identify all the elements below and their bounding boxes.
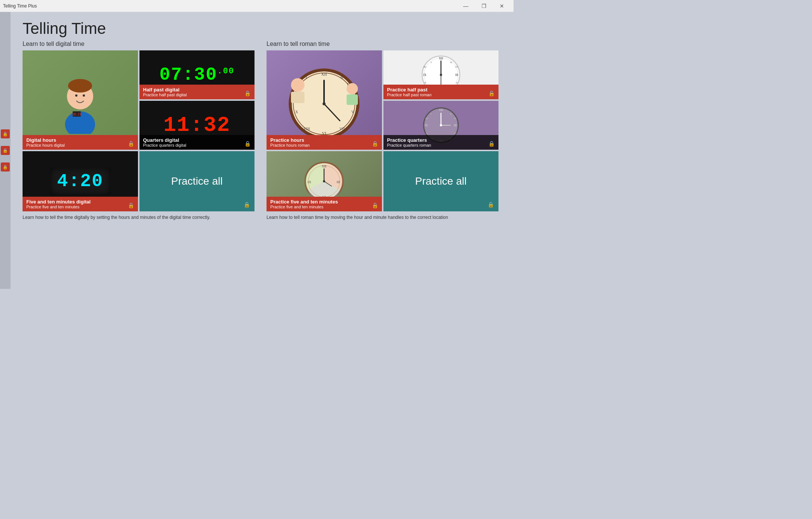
practice-hours-label: Practice hours Practice hours roman (267, 135, 382, 150)
digital-section-title: Learn to tell digital time (23, 41, 255, 47)
practice-quarters-roman-card[interactable]: XII III VI IX II IV V VII VIII X XI I (383, 101, 499, 150)
lock-icon: 🔒 (128, 141, 134, 147)
quarters-digital-card[interactable]: 11:32 Quarters digital Practice quarters… (139, 101, 255, 150)
practice-all-digital-card[interactable]: Practice all 🔒 (139, 151, 255, 211)
svg-text:XII: XII (322, 164, 327, 168)
svg-text:XII: XII (321, 72, 327, 76)
svg-text:III: III (337, 180, 340, 184)
svg-point-60 (440, 124, 442, 126)
svg-text:I: I (306, 75, 307, 79)
svg-text:II: II (450, 61, 452, 64)
quarters-label: Quarters digital Practice quarters digit… (139, 135, 255, 150)
svg-point-23 (323, 102, 326, 105)
lock-icon-10: 🔒 (488, 202, 494, 208)
five-ten-roman-card[interactable]: XII III VI IX Practice five and ten minu… (267, 151, 382, 211)
svg-text:II: II (341, 75, 343, 79)
sections-container: Learn to tell digital time (23, 41, 498, 221)
children-roman-clock-illustration: XII III VI IX II IV V VII VIII X XI I (279, 55, 369, 145)
main-content: Telling Time Learn to tell digital time (0, 12, 514, 289)
lock-icon-8: 🔒 (488, 141, 495, 147)
quarters-time: 11:32 (164, 113, 230, 137)
svg-text:IX: IX (423, 73, 427, 77)
sidebar-icon-2[interactable]: 🔒 (1, 146, 10, 155)
five-ten-label: Five and ten minutes digital Practice fi… (23, 197, 138, 211)
practice-half-past-roman-card[interactable]: XII III VI IX II IV V VII VIII X XI I (383, 50, 499, 99)
svg-text:18:23: 18:23 (72, 113, 81, 116)
svg-rect-27 (347, 94, 358, 105)
half-past-roman-label: Practice half past Practice half past ro… (383, 85, 499, 99)
half-past-digital-card[interactable]: 07:30.00 Half past digital Practice half… (139, 50, 255, 99)
practice-all-roman-card[interactable]: Practice all 🔒 (383, 151, 499, 211)
svg-text:XI: XI (423, 65, 426, 68)
svg-text:IV: IV (455, 65, 458, 68)
roman-section-title: Learn to tell roman time (267, 41, 498, 47)
half-past-label: Half past digital Practice half past dig… (139, 85, 255, 99)
svg-text:XII: XII (439, 57, 443, 60)
svg-point-3 (75, 94, 77, 97)
titlebar: Telling Time Plus — ❐ ✕ (0, 0, 514, 12)
svg-text:VIII: VIII (304, 127, 310, 131)
half-past-time: 07:30.00 (159, 65, 235, 85)
five-ten-roman-clock: XII III VI IX (303, 161, 345, 202)
lock-icon-4: 🔒 (128, 202, 134, 208)
digital-description: Learn how to tell the time digitally by … (23, 214, 241, 221)
quarters-roman-label: Practice quarters Practice quarters roma… (383, 135, 499, 150)
svg-point-69 (323, 180, 325, 182)
sidebar-icon-1[interactable]: 🔒 (1, 129, 10, 138)
practice-hours-roman-card[interactable]: XII III VI IX II IV V VII VIII X XI I (267, 50, 382, 150)
digital-hours-card[interactable]: 18:23 Digital hours Practice hours digit… (23, 50, 138, 150)
minimize-button[interactable]: — (457, 0, 474, 12)
svg-text:III: III (455, 73, 458, 77)
digital-grid: 18:23 Digital hours Practice hours digit… (23, 50, 255, 211)
svg-text:V: V (351, 110, 354, 114)
svg-text:V: V (456, 81, 458, 84)
svg-point-2 (68, 79, 92, 93)
child-digital-illustration: 18:23 (58, 66, 103, 134)
lock-icon-3: 🔒 (244, 141, 251, 147)
svg-text:XII: XII (439, 108, 443, 112)
digital-section: Learn to tell digital time (23, 41, 255, 221)
five-ten-roman-label: Practice five and ten minutes Practice f… (267, 197, 382, 211)
lock-icon-9: 🔒 (372, 202, 378, 208)
maximize-button[interactable]: ❐ (475, 0, 492, 12)
app-title-bar: Telling Time Plus (3, 3, 37, 9)
digital-hours-label: Digital hours Practice hours digital (23, 135, 138, 150)
lock-icon-7: 🔒 (488, 90, 495, 96)
sidebar: 🔒 🔒 🔒 (0, 12, 11, 289)
svg-text:XI: XI (425, 117, 428, 120)
roman-grid: XII III VI IX II IV V VII VIII X XI I (267, 50, 498, 211)
svg-text:X: X (426, 132, 427, 135)
sidebar-icon-3[interactable]: 🔒 (1, 162, 10, 171)
page-title: Telling Time (23, 20, 498, 38)
svg-text:X: X (295, 110, 298, 114)
close-button[interactable]: ✕ (493, 0, 511, 12)
svg-text:IX: IX (425, 124, 428, 127)
svg-point-4 (83, 94, 85, 97)
svg-text:IV: IV (454, 117, 456, 120)
lock-icon-2: 🔒 (244, 90, 251, 96)
svg-point-24 (291, 78, 304, 92)
window-controls: — ❐ ✕ (457, 0, 511, 12)
svg-point-44 (440, 74, 442, 76)
lock-icon-5: 🔒 (244, 202, 250, 208)
svg-text:IX: IX (308, 180, 312, 184)
roman-section: Learn to tell roman time XII III VI (267, 41, 498, 221)
svg-rect-25 (291, 92, 304, 103)
five-ten-time: 4:20 (57, 171, 103, 191)
svg-text:V: V (454, 132, 456, 135)
five-ten-digital-card[interactable]: 4:20 Five and ten minutes digital Practi… (23, 151, 138, 211)
svg-text:II: II (450, 112, 451, 115)
svg-text:III: III (454, 124, 457, 127)
svg-text:X: X (424, 81, 426, 84)
svg-point-26 (347, 83, 358, 94)
svg-text:VII: VII (339, 127, 345, 131)
lock-icon-6: 🔒 (372, 141, 378, 147)
roman-description: Learn how to tell roman time by moving t… (267, 214, 485, 221)
